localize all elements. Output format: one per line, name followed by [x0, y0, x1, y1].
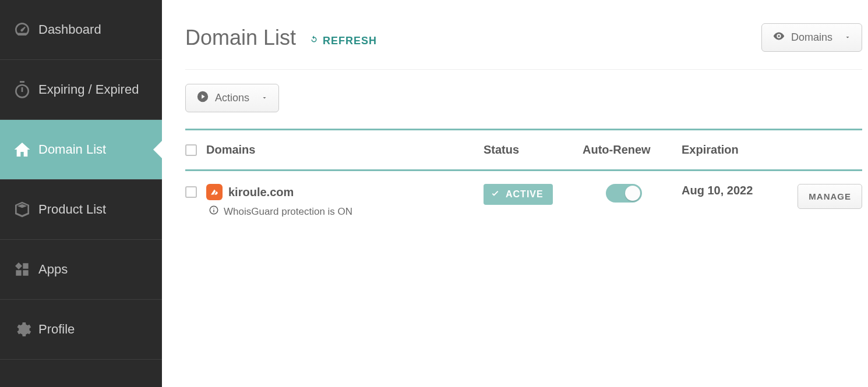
col-header-auto-renew[interactable]: Auto-Renew: [583, 143, 682, 157]
sidebar-item-profile[interactable]: Profile: [0, 300, 162, 360]
sidebar-item-label: Expiring / Expired: [38, 82, 139, 97]
status-label: ACTIVE: [506, 189, 544, 200]
view-dropdown-label: Domains: [791, 31, 832, 44]
table-row: kiroule.com WhoisGuard protection is ON …: [185, 171, 862, 218]
sidebar-item-domain-list[interactable]: Domain List: [0, 120, 162, 180]
play-circle-icon: [196, 90, 209, 106]
stopwatch-icon: [13, 80, 38, 99]
sidebar-item-dashboard[interactable]: Dashboard: [0, 0, 162, 60]
table-header-row: Domains Status Auto-Renew Expiration: [185, 130, 862, 171]
grid-icon: [13, 260, 38, 279]
refresh-icon: [309, 34, 319, 48]
caret-down-icon: [261, 92, 268, 104]
svg-point-2: [213, 208, 214, 209]
sidebar-item-label: Dashboard: [38, 22, 101, 37]
gear-icon: [13, 320, 38, 339]
domain-name[interactable]: kiroule.com: [228, 186, 294, 199]
whois-note: WhoisGuard protection is ON: [224, 206, 352, 218]
sidebar-item-label: Profile: [38, 322, 75, 337]
expiration-date: Aug 10, 2022: [682, 184, 753, 197]
sidebar-item-label: Apps: [38, 262, 68, 277]
refresh-button[interactable]: REFRESH: [309, 34, 377, 48]
caret-down-icon: [844, 31, 851, 44]
check-icon: [491, 189, 500, 200]
actions-label: Actions: [215, 92, 249, 104]
auto-renew-toggle[interactable]: [606, 184, 642, 203]
select-all-checkbox[interactable]: [185, 144, 197, 156]
eye-icon: [772, 30, 785, 45]
sidebar-item-product-list[interactable]: Product List: [0, 180, 162, 240]
gauge-icon: [13, 20, 38, 39]
domains-table: Domains Status Auto-Renew Expiration kir…: [185, 129, 862, 218]
col-header-expiration[interactable]: Expiration: [682, 143, 786, 157]
actions-dropdown[interactable]: Actions: [185, 84, 279, 112]
sidebar-item-label: Product List: [38, 202, 106, 217]
status-badge: ACTIVE: [484, 184, 553, 205]
home-icon: [13, 140, 38, 159]
toolbar: Actions: [185, 84, 862, 112]
page-title: Domain List: [185, 26, 296, 50]
sidebar-item-label: Domain List: [38, 142, 106, 157]
sidebar-item-apps[interactable]: Apps: [0, 240, 162, 300]
sidebar: Dashboard Expiring / Expired Domain List…: [0, 0, 162, 387]
col-header-domains[interactable]: Domains: [206, 143, 484, 157]
page-header: Domain List REFRESH Domains: [185, 23, 862, 70]
refresh-label: REFRESH: [323, 35, 377, 47]
info-icon: [209, 205, 219, 218]
manage-button[interactable]: MANAGE: [798, 184, 862, 209]
view-dropdown[interactable]: Domains: [761, 23, 862, 52]
namecheap-logo-icon: [206, 184, 223, 200]
main-content: Domain List REFRESH Domains Actions: [162, 0, 868, 387]
row-checkbox[interactable]: [185, 186, 197, 198]
sidebar-item-expiring[interactable]: Expiring / Expired: [0, 60, 162, 120]
col-header-status[interactable]: Status: [484, 143, 583, 157]
box-icon: [13, 200, 38, 219]
